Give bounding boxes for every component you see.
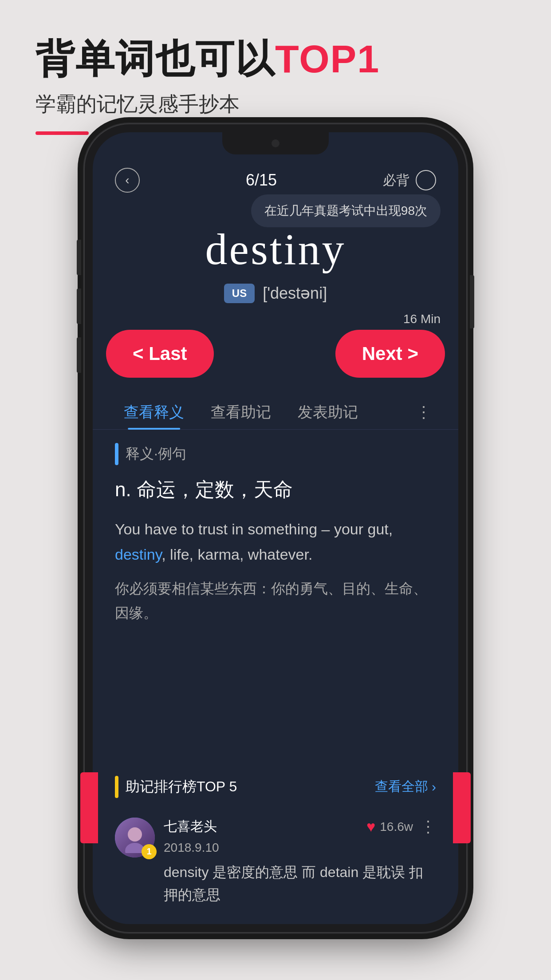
mnemonic-header: 助记排行榜TOP 5 查看全部 › (115, 776, 436, 798)
more-options-icon[interactable]: ⋮ (420, 818, 436, 836)
tab-bar: 查看释义 查看助记 发表助记 ⋮ (93, 387, 458, 430)
last-button[interactable]: < Last (106, 330, 214, 378)
navigation-row: 16 Min < Last Next > (93, 316, 458, 387)
tab-mnemonic-post[interactable]: 发表助记 (284, 395, 371, 429)
headline-highlight: TOP1 (275, 37, 380, 81)
headline-part1: 背单词也可以 (35, 37, 275, 81)
pink-accent-left (80, 772, 98, 843)
yellow-bar-icon (115, 776, 118, 798)
blue-bar-icon (115, 443, 118, 465)
example-chinese: 你必须要相信某些东西：你的勇气、目的、生命、 因缘。 (115, 577, 436, 625)
must-memorize-label: 必背 (383, 171, 409, 190)
tooltip-box: 在近几年真题考试中出现98次 (251, 194, 441, 227)
tab-definition[interactable]: 查看释义 (110, 395, 197, 429)
phone-mockup: ‹ 6/15 必背 在近几年真题考试中出现98次 destiny US ['de… (85, 124, 466, 932)
top-bar: ‹ 6/15 必背 在近几年真题考试中出现98次 (93, 159, 458, 197)
like-section[interactable]: ♥ 16.6w (366, 818, 413, 835)
phone-camera (272, 139, 279, 147)
review-content: 七喜老头 ♥ 16.6w ⋮ 2018.9.10 de (164, 818, 436, 906)
subtitle: 学霸的记忆灵感手抄本 (35, 91, 516, 118)
tab-mnemonic-view[interactable]: 查看助记 (197, 395, 284, 429)
review-meta: 七喜老头 ♥ 16.6w ⋮ (164, 818, 436, 836)
review-text: density 是密度的意思 而 detain 是耽误 扣押的意思 (164, 861, 436, 906)
example-en-after: , life, karma, whatever. (161, 546, 312, 563)
screen-content: ‹ 6/15 必背 在近几年真题考试中出现98次 destiny US ['de… (93, 132, 458, 924)
time-label: 16 Min (403, 312, 441, 326)
phone-screen: ‹ 6/15 必背 在近几年真题考试中出现98次 destiny US ['de… (93, 132, 458, 924)
us-badge[interactable]: US (224, 284, 255, 303)
main-headline: 背单词也可以TOP1 (35, 36, 516, 83)
mnemonic-section: 助记排行榜TOP 5 查看全部 › (93, 776, 458, 924)
section-label-text: 释义·例句 (126, 444, 186, 464)
phonetic-text: ['destəni] (263, 284, 327, 303)
review-date: 2018.9.10 (164, 841, 436, 855)
phone-shell: ‹ 6/15 必背 在近几年真题考试中出现98次 destiny US ['de… (85, 124, 466, 932)
top-section: 背单词也可以TOP1 学霸的记忆灵感手抄本 (0, 0, 551, 138)
view-all-button[interactable]: 查看全部 › (375, 778, 436, 796)
memorize-circle-icon[interactable] (416, 170, 436, 190)
definition-text: n. 命运，定数，天命 (115, 476, 436, 503)
heart-icon[interactable]: ♥ (366, 818, 375, 835)
definition-section-label: 释义·例句 (115, 443, 436, 465)
back-button[interactable]: ‹ (115, 168, 140, 193)
pronunciation-row: US ['destəni] (224, 284, 327, 303)
example-en-word: destiny (115, 546, 161, 563)
reviewer-name: 七喜老头 (164, 818, 217, 836)
avatar-wrapper: 1 (115, 818, 155, 858)
mnemonic-title-text: 助记排行榜TOP 5 (126, 777, 237, 797)
tab-more-icon[interactable]: ⋮ (407, 396, 441, 428)
example-english: You have to trust in something – your gu… (115, 517, 436, 568)
view-all-label: 查看全部 (375, 778, 428, 796)
pink-accent-right (453, 772, 471, 843)
svg-point-0 (128, 827, 142, 842)
main-word: destiny (205, 224, 346, 275)
view-all-chevron-icon: › (432, 779, 436, 794)
rank-badge: 1 (142, 844, 157, 859)
example-en-before: You have to trust in something – your gu… (115, 521, 393, 537)
review-actions: ♥ 16.6w ⋮ (366, 818, 436, 836)
like-count: 16.6w (380, 820, 413, 834)
mnemonic-title-row: 助记排行榜TOP 5 (115, 776, 237, 798)
must-memorize-toggle[interactable]: 必背 (383, 170, 436, 190)
accent-underline (35, 131, 89, 135)
review-item: 1 七喜老头 ♥ 16.6w ⋮ (115, 809, 436, 915)
definition-section: 释义·例句 n. 命运，定数，天命 You have to trust in s… (93, 430, 458, 776)
next-button[interactable]: Next > (335, 330, 445, 378)
progress-indicator: 6/15 (246, 171, 277, 190)
